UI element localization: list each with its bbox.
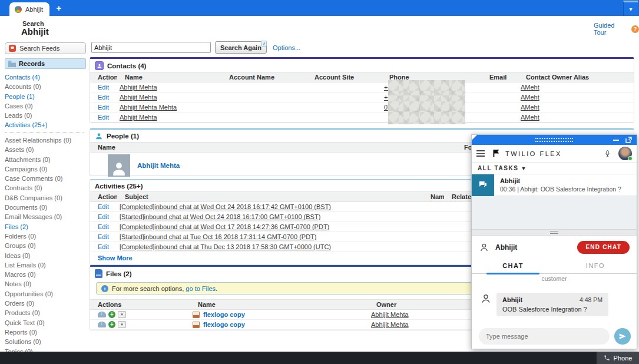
sidebar-item-link[interactable]: D&B Companies (0) bbox=[5, 194, 62, 201]
sidebar-item[interactable]: D&B Companies (0) bbox=[5, 193, 88, 203]
sidebar-item[interactable]: Assets (0) bbox=[5, 145, 88, 154]
sidebar-item-link[interactable]: Folders (0) bbox=[5, 233, 36, 240]
edit-link[interactable]: Edit bbox=[98, 114, 109, 121]
end-chat-button[interactable]: END CHAT bbox=[577, 241, 630, 254]
owner-alias-link[interactable]: AMeht bbox=[521, 114, 539, 121]
tasks-filter[interactable]: ALL TASKS ▾ bbox=[472, 163, 637, 174]
sidebar-item[interactable]: Campaigns (0) bbox=[5, 164, 88, 174]
sidebar-item[interactable]: Email Messages (0) bbox=[5, 212, 88, 221]
activity-subject-link[interactable]: [Started]inbound chat at Wed Oct 24 2018… bbox=[120, 213, 320, 220]
person-name-link[interactable]: Abhijit Mehta bbox=[137, 162, 180, 169]
edit-link[interactable]: Edit bbox=[98, 94, 109, 101]
sidebar-item-link[interactable]: Reports (0) bbox=[5, 329, 37, 336]
search-again-button[interactable]: Search Again bbox=[215, 41, 267, 54]
download-icon[interactable] bbox=[98, 312, 106, 317]
activity-subject-link[interactable]: [Completed]inbound chat at Thu Dec 13 20… bbox=[120, 243, 331, 250]
sidebar-item-link[interactable]: Ideas (0) bbox=[5, 252, 30, 259]
sidebar-item[interactable]: Case Comments (0) bbox=[5, 174, 88, 183]
sidebar-item[interactable]: Opportunities (0) bbox=[5, 289, 88, 299]
sidebar-item[interactable]: Solutions (0) bbox=[5, 337, 88, 346]
guided-tour-link[interactable]: Guided Tour bbox=[594, 22, 628, 36]
edit-link[interactable]: Edit bbox=[98, 213, 109, 220]
sidebar-item[interactable]: List Emails (0) bbox=[5, 260, 88, 270]
sidebar-item-link[interactable]: Contacts (4) bbox=[5, 74, 40, 81]
guided-tour[interactable]: Guided Tour ? bbox=[594, 22, 639, 36]
sidebar-item-link[interactable]: Solutions (0) bbox=[5, 338, 41, 345]
sidebar-item-link[interactable]: Opportunities (0) bbox=[5, 290, 53, 297]
tab-info[interactable]: INFO bbox=[554, 259, 637, 273]
actions-dropdown-icon[interactable]: ▾ bbox=[118, 311, 126, 318]
sidebar-item-link[interactable]: Accounts (0) bbox=[5, 83, 41, 90]
activity-subject-link[interactable]: [Started]inbound chat at Tue Oct 16 2018… bbox=[120, 233, 316, 240]
options-link[interactable]: Options... bbox=[273, 44, 300, 51]
sidebar-item[interactable]: Attachments (0) bbox=[5, 155, 88, 164]
edit-link[interactable]: Edit bbox=[98, 243, 109, 250]
add-icon[interactable]: + bbox=[108, 311, 115, 318]
sidebar-item[interactable]: Orders (0) bbox=[5, 299, 88, 308]
file-owner-link[interactable]: Abhijit Mehta bbox=[371, 311, 409, 318]
show-more-link[interactable]: Show More bbox=[98, 254, 133, 262]
download-icon[interactable] bbox=[98, 322, 106, 327]
browser-tab[interactable]: Abhijit bbox=[9, 2, 49, 16]
sidebar-item[interactable]: Notes (0) bbox=[5, 279, 88, 289]
sidebar-item-link[interactable]: Quick Text (0) bbox=[5, 319, 45, 326]
edit-link[interactable]: Edit bbox=[98, 203, 109, 210]
minimize-icon[interactable] bbox=[613, 140, 619, 141]
sidebar-item-link[interactable]: Email Messages (0) bbox=[5, 213, 62, 220]
phone-button[interactable]: Phone bbox=[597, 352, 639, 364]
sidebar-item[interactable]: Quick Text (0) bbox=[5, 318, 88, 327]
sidebar-item-link[interactable]: Macros (0) bbox=[5, 271, 36, 278]
sidebar-item[interactable]: Accounts (0) bbox=[5, 82, 88, 91]
sidebar-item[interactable]: Reports (0) bbox=[5, 327, 88, 337]
sidebar-item-link[interactable]: Orders (0) bbox=[5, 300, 34, 307]
sidebar-item[interactable]: Activities (25+) bbox=[5, 120, 88, 130]
sidebar-item-link[interactable]: People (1) bbox=[5, 93, 35, 100]
owner-alias-link[interactable]: AMeht bbox=[521, 104, 539, 111]
search-input[interactable] bbox=[91, 42, 211, 53]
sidebar-item[interactable]: Cases (0) bbox=[5, 101, 88, 111]
sidebar-item-link[interactable]: Leads (0) bbox=[5, 112, 32, 119]
sidebar-item-link[interactable]: Documents (0) bbox=[5, 204, 47, 211]
activity-subject-link[interactable]: [Completed]inbound chat at Wed Oct 17 20… bbox=[120, 223, 329, 230]
send-button[interactable] bbox=[614, 328, 631, 345]
sidebar-item[interactable]: Contacts (4) bbox=[5, 72, 88, 82]
contact-name-link[interactable]: Abhijit Mehta bbox=[120, 114, 157, 121]
contact-name-link[interactable]: Abhijit Mehta bbox=[120, 94, 157, 101]
sidebar-item-link[interactable]: Notes (0) bbox=[5, 280, 31, 287]
widget-titlebar[interactable] bbox=[472, 135, 637, 145]
popout-icon[interactable] bbox=[625, 137, 632, 143]
activity-subject-link[interactable]: [Completed]inbound chat at Wed Oct 24 20… bbox=[120, 203, 331, 210]
new-tab-button[interactable]: + bbox=[53, 2, 65, 14]
drag-handle-icon[interactable] bbox=[535, 138, 573, 142]
sidebar-item-link[interactable]: Case Comments (0) bbox=[5, 175, 62, 182]
microphone-icon[interactable] bbox=[604, 149, 611, 158]
edit-link[interactable]: Edit bbox=[98, 104, 109, 111]
task-list-item[interactable]: Abhijit 00:36 | Abhijit: OOB Salesforce … bbox=[472, 174, 637, 196]
owner-alias-link[interactable]: AMeht bbox=[521, 94, 539, 101]
sidebar-item-link[interactable]: Files (2) bbox=[5, 223, 28, 230]
sidebar-item[interactable]: Products (0) bbox=[5, 308, 88, 317]
file-name-link[interactable]: flexlogo copy bbox=[203, 311, 245, 318]
sidebar-item-link[interactable]: Campaigns (0) bbox=[5, 166, 47, 173]
actions-dropdown-icon[interactable]: ▾ bbox=[118, 321, 126, 328]
sidebar-item[interactable]: Documents (0) bbox=[5, 203, 88, 212]
file-name-link[interactable]: flexlogo copy bbox=[203, 321, 245, 328]
search-feeds-button[interactable]: Search Feeds bbox=[5, 42, 86, 54]
sidebar-item[interactable]: Ideas (0) bbox=[5, 251, 88, 260]
sidebar-item[interactable]: Files (2) bbox=[5, 222, 88, 231]
sidebar-item-link[interactable]: Attachments (0) bbox=[5, 156, 51, 163]
search-info-icon[interactable]: i bbox=[261, 41, 267, 47]
sidebar-item-link[interactable]: List Emails (0) bbox=[5, 262, 46, 269]
help-icon[interactable]: ? bbox=[631, 25, 639, 33]
add-icon[interactable]: + bbox=[108, 321, 115, 328]
sidebar-item[interactable]: Folders (0) bbox=[5, 231, 88, 241]
resize-handle[interactable] bbox=[472, 229, 637, 236]
file-owner-link[interactable]: Abhijit Mehta bbox=[371, 321, 409, 328]
sidebar-item-link[interactable]: Activities (25+) bbox=[5, 121, 47, 128]
contact-name-link[interactable]: Abhijit Mehta bbox=[120, 84, 157, 91]
sidebar-item[interactable]: People (1) bbox=[5, 92, 88, 101]
sidebar-item-link[interactable]: Groups (0) bbox=[5, 242, 36, 249]
sidebar-item[interactable]: Asset Relationships (0) bbox=[5, 135, 88, 145]
sidebar-item-link[interactable]: Cases (0) bbox=[5, 102, 33, 110]
sidebar-item-link[interactable]: Asset Relationships (0) bbox=[5, 137, 71, 144]
